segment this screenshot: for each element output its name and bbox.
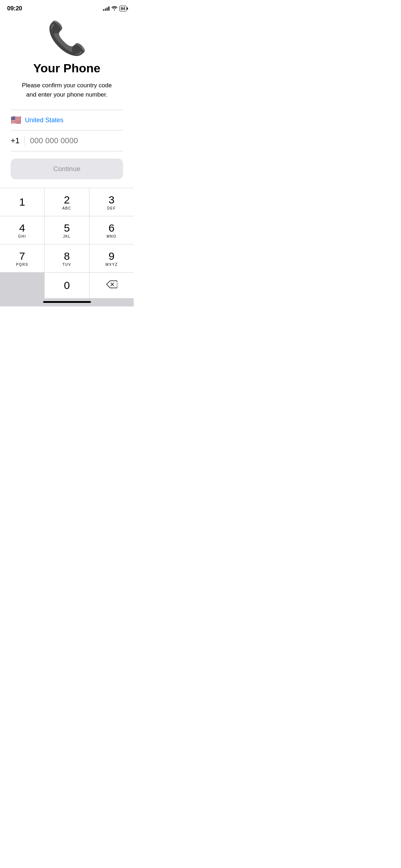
status-time: 09:20: [7, 5, 22, 12]
key-letters: JKL: [63, 234, 71, 238]
key-letters: PQRS: [16, 263, 28, 267]
key-letters: TUV: [62, 263, 71, 267]
form-area: 🇺🇸 United States +1 Continue: [11, 110, 123, 179]
numpad-key-2[interactable]: 2 ABC: [45, 188, 89, 216]
signal-icon: [103, 6, 109, 11]
numpad-key-8[interactable]: 8 TUV: [45, 244, 89, 272]
phone-illustration: 📞: [47, 22, 87, 54]
wifi-icon: [112, 6, 117, 11]
numpad-key-empty: [0, 273, 44, 298]
main-content: 📞 Your Phone Please confirm your country…: [0, 15, 134, 179]
battery-icon: 84: [119, 6, 127, 11]
key-number: 8: [64, 250, 70, 262]
page-title: Your Phone: [33, 61, 100, 75]
status-bar: 09:20 84: [0, 0, 134, 15]
home-indicator: [0, 298, 134, 306]
numpad-key-0[interactable]: 0: [45, 273, 89, 298]
phone-number-input[interactable]: [30, 136, 128, 145]
numpad-key-4[interactable]: 4 GHI: [0, 216, 44, 244]
numpad-key-1[interactable]: 1: [0, 188, 44, 216]
page-subtitle: Please confirm your country codeand ente…: [22, 81, 112, 99]
country-code: +1: [11, 136, 25, 145]
key-letters: ABC: [62, 206, 71, 210]
status-icons: 84: [103, 6, 127, 11]
key-letters: WXYZ: [105, 263, 118, 267]
key-number: 4: [19, 222, 25, 234]
country-name: United States: [25, 117, 63, 124]
key-number: 3: [108, 194, 114, 206]
key-number: 0: [64, 279, 70, 291]
key-number: 6: [108, 222, 114, 234]
key-letters: DEF: [107, 206, 116, 210]
country-selector[interactable]: 🇺🇸 United States: [11, 110, 123, 130]
numpad-key-5[interactable]: 5 JKL: [45, 216, 89, 244]
home-bar: [43, 301, 91, 303]
key-number: 9: [108, 250, 114, 262]
key-number: 5: [64, 222, 70, 234]
key-number: 1: [19, 196, 25, 208]
delete-icon: [106, 280, 117, 291]
continue-button[interactable]: Continue: [11, 159, 123, 179]
numpad-key-6[interactable]: 6 MNO: [89, 216, 134, 244]
key-number: 7: [19, 250, 25, 262]
phone-input-row: +1: [11, 130, 123, 151]
key-letters: MNO: [107, 234, 117, 238]
key-letters: GHI: [18, 234, 26, 238]
numpad: 1 2 ABC 3 DEF 4 GHI 5 JKL 6 MNO 7 PQRS 8…: [0, 188, 134, 298]
key-number: 2: [64, 194, 70, 206]
numpad-key-7[interactable]: 7 PQRS: [0, 244, 44, 272]
country-flag: 🇺🇸: [11, 115, 21, 125]
numpad-key-3[interactable]: 3 DEF: [89, 188, 134, 216]
numpad-key-9[interactable]: 9 WXYZ: [89, 244, 134, 272]
numpad-delete-button[interactable]: [89, 273, 134, 298]
